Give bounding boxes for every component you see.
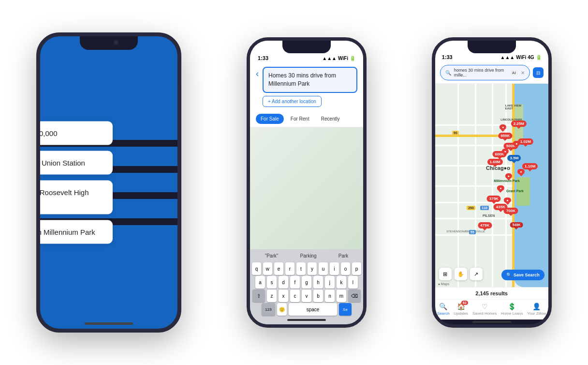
keyboard-keys: q w e r t y u i o p a s d xyxy=(250,260,363,318)
results-count: 2,145 results xyxy=(435,287,548,299)
key-k[interactable]: k xyxy=(337,276,346,289)
key-z[interactable]: z xyxy=(267,289,277,302)
key-emoji[interactable]: 🙂 xyxy=(277,303,287,316)
clear-search-icon[interactable]: ✕ xyxy=(521,70,525,76)
key-s[interactable]: s xyxy=(267,276,277,289)
key-123[interactable]: 123 xyxy=(262,303,275,316)
right-home-bar xyxy=(472,321,511,323)
suggestion-text-2: Apartments near Denver Union Station xyxy=(36,158,85,168)
middle-search-input[interactable]: Homes 30 mins drive from Millennium Park xyxy=(263,67,357,93)
key-o[interactable]: o xyxy=(341,262,350,275)
middle-status-time: 1:33 xyxy=(258,55,268,61)
price-pin-160m[interactable]: 1.60M xyxy=(487,159,503,165)
key-p[interactable]: p xyxy=(352,262,361,275)
price-pin-549k[interactable]: 549K xyxy=(510,222,523,228)
suggestion-item[interactable]: 🔍 Austin homes under $400,000 xyxy=(36,122,113,145)
tab-for-rent[interactable]: For Rent xyxy=(286,114,314,124)
suggestion-text-1: Austin homes under $400,000 xyxy=(36,128,57,138)
scene: 🔍 Austin homes under $400,000 🔍 Apartmen… xyxy=(9,8,579,357)
key-u[interactable]: u xyxy=(319,262,328,275)
suggestion-park[interactable]: "Park" xyxy=(265,253,279,259)
key-l[interactable]: l xyxy=(348,276,358,289)
middle-map xyxy=(250,127,363,249)
nav-updates[interactable]: 🏠 63 Updates xyxy=(454,303,468,316)
nav-saved-icon: ♡ xyxy=(482,303,488,310)
suggestion-text-3: 3-bedroom houses near Roosevelt High Sch… xyxy=(36,187,104,208)
key-c[interactable]: c xyxy=(290,289,300,302)
suggestion-item-2[interactable]: 🔍 Apartments near Denver Union Station xyxy=(36,151,113,175)
suggestion-park2[interactable]: Park xyxy=(338,253,349,259)
location-button[interactable]: ↗ xyxy=(470,268,483,280)
price-pin-375k[interactable]: 375K xyxy=(487,196,501,202)
key-q[interactable]: q xyxy=(252,262,261,275)
key-w[interactable]: w xyxy=(263,262,272,275)
price-pin-extra1[interactable]: ● xyxy=(500,124,506,130)
price-pin-extra4[interactable]: ● xyxy=(497,185,504,191)
price-pin-extra7[interactable]: ● xyxy=(502,149,509,154)
nav-loans[interactable]: 💲 Home Loans xyxy=(501,303,523,316)
key-j[interactable]: j xyxy=(325,276,335,289)
key-y[interactable]: y xyxy=(308,262,317,275)
highway-label-110: 110 xyxy=(480,206,489,210)
suggestion-item-3[interactable]: 🔍 3-bedroom houses near Roosevelt High S… xyxy=(36,181,113,214)
middle-phone: 1:33 ▲▲▲ WiFi 🔋 ‹ Homes 30 mins drive fr… xyxy=(247,37,367,328)
suggestion-parking[interactable]: Parking xyxy=(300,253,317,259)
filter-button[interactable]: ⊟ 1 xyxy=(533,67,544,78)
keyboard-suggestions: "Park" Parking Park xyxy=(250,251,363,260)
key-t[interactable]: t xyxy=(296,262,306,275)
right-phone-notch xyxy=(468,41,516,53)
key-search-submit[interactable]: Se xyxy=(339,303,352,316)
suggestion-item-4[interactable]: 🔍 Homes 30 min drive from Millennium Par… xyxy=(36,220,113,244)
nav-saved[interactable]: ♡ Saved Homes xyxy=(472,303,497,316)
road-v1 xyxy=(457,84,459,287)
price-pin-35m[interactable]: 3.5M xyxy=(508,155,521,161)
price-pin-479k[interactable]: 479K xyxy=(478,222,492,228)
right-signal-icon: ▲▲▲ xyxy=(500,55,515,60)
price-pin-extra6[interactable]: ● xyxy=(517,169,524,174)
key-m[interactable]: m xyxy=(337,289,346,302)
price-pin-extra3[interactable]: ● xyxy=(505,173,512,179)
touch-button[interactable]: ✋ xyxy=(455,268,467,280)
save-search-button[interactable]: 🔍 Save Search xyxy=(501,270,544,280)
key-backspace[interactable]: ⌫ xyxy=(348,289,361,302)
nav-zillow[interactable]: 👤 Your Zillow xyxy=(527,303,546,316)
left-phone-notch xyxy=(80,36,138,50)
key-space[interactable]: space xyxy=(289,303,337,316)
tab-recently[interactable]: Recently xyxy=(316,114,345,124)
right-status-icons: ▲▲▲ WiFi 4G 🔋 xyxy=(500,55,542,60)
label-stevenson: STEVENSON/BRONZEVILLE xyxy=(446,230,485,233)
key-f[interactable]: f xyxy=(290,276,300,289)
key-r[interactable]: r xyxy=(285,262,294,275)
key-i[interactable]: i xyxy=(330,262,339,275)
nav-zillow-label: Your Zillow xyxy=(527,311,546,316)
add-location-button[interactable]: + Add another location xyxy=(263,96,322,107)
layers-button[interactable]: ⊞ xyxy=(439,268,452,280)
price-pin-110m[interactable]: 1.10M xyxy=(522,163,538,169)
nav-search[interactable]: 🔍 Search xyxy=(437,303,449,316)
key-shift[interactable]: ⇧ xyxy=(252,289,265,302)
key-x[interactable]: x xyxy=(279,289,288,302)
key-v[interactable]: v xyxy=(302,289,311,302)
price-pin-225m[interactable]: 2.25M xyxy=(511,121,527,127)
keyboard: "Park" Parking Park q w e r t y u i o xyxy=(250,249,363,324)
price-pin-extra2[interactable]: ● xyxy=(513,141,520,146)
key-n[interactable]: n xyxy=(325,289,335,302)
maps-label: ● Maps xyxy=(438,282,449,286)
key-e[interactable]: e xyxy=(274,262,283,275)
price-pin-extra5[interactable]: ● xyxy=(504,198,511,203)
key-a[interactable]: a xyxy=(255,276,265,289)
back-button[interactable]: ‹ xyxy=(256,69,259,79)
key-h[interactable]: h xyxy=(313,276,323,289)
key-g[interactable]: g xyxy=(302,276,311,289)
price-pin-102m[interactable]: 1.02M xyxy=(518,138,533,145)
tab-for-sale[interactable]: For Sale xyxy=(256,114,284,124)
right-search-box[interactable]: 🔍 homes 30 mins drive from mille... AI ✕ xyxy=(440,65,530,80)
key-d[interactable]: d xyxy=(279,276,288,289)
price-pin-959k[interactable]: 959K xyxy=(498,133,512,139)
price-pin-700k[interactable]: 700K xyxy=(504,208,518,214)
right-search-bar: 🔍 homes 30 mins drive from mille... AI ✕… xyxy=(435,62,548,84)
highway-label-55: 55 xyxy=(469,230,476,234)
key-b[interactable]: b xyxy=(313,289,323,302)
nav-loans-icon: 💲 xyxy=(508,303,516,310)
label-chicago: Chicag●o xyxy=(486,165,510,171)
